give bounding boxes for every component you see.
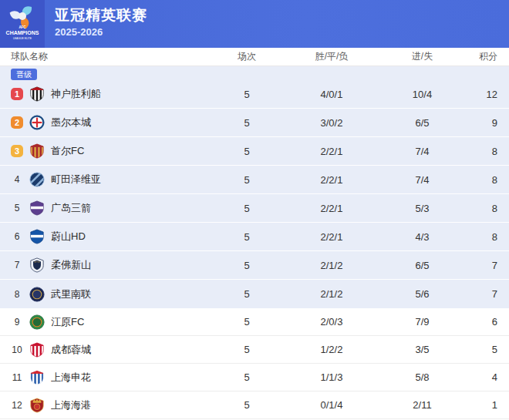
rank-number: 6 <box>11 230 23 243</box>
logo-text-afc: AFC <box>19 25 26 29</box>
table-row[interactable]: 12上海海港50/1/42/111 <box>0 391 509 419</box>
column-points: 积分 <box>474 50 509 63</box>
table-header: 球队名称 场次 胜/平/负 进/失 积分 <box>0 48 509 66</box>
table-row[interactable]: 11上海申花51/1/35/84 <box>0 364 509 391</box>
team-logo <box>29 287 45 302</box>
qualification-zone: 晋级 1神户胜利船54/0/110/4122墨尔本城53/0/26/593首尔F… <box>0 66 509 308</box>
win-draw-loss: 2/2/1 <box>293 174 370 186</box>
rank-badge: 1 <box>11 88 23 100</box>
table-row[interactable]: 2墨尔本城53/0/26/59 <box>0 109 509 137</box>
table-row[interactable]: 3首尔FC52/2/17/48 <box>0 137 509 166</box>
win-draw-loss: 4/0/1 <box>293 89 370 100</box>
points: 4 <box>474 371 509 383</box>
column-played: 场次 <box>201 50 293 63</box>
rank-number: 9 <box>11 316 23 328</box>
matches-played: 5 <box>201 146 293 157</box>
page-title: 亚冠精英联赛 <box>55 7 147 24</box>
goals-for-against: 5/8 <box>370 371 474 383</box>
column-goals: 进/失 <box>370 50 474 63</box>
team-name: 上海海港 <box>51 398 91 412</box>
win-draw-loss: 1/1/3 <box>293 371 370 383</box>
points: 5 <box>474 344 509 355</box>
rank-number: 12 <box>11 399 23 412</box>
team-name: 蔚山HD <box>51 230 86 244</box>
league-banner: AFC CHAMPIONS LEAGUE ELITE 亚冠精英联赛 2025-2… <box>0 0 509 48</box>
rank-badge: 3 <box>11 145 23 157</box>
matches-played: 5 <box>201 371 293 383</box>
afc-ball-icon: AFC CHAMPIONS LEAGUE ELITE <box>2 5 42 43</box>
qualification-badge: 晋级 <box>11 69 37 80</box>
team-name: 首尔FC <box>51 144 84 158</box>
matches-played: 5 <box>201 174 293 186</box>
matches-played: 5 <box>201 399 293 411</box>
matches-played: 5 <box>201 316 293 328</box>
standings-rest: 9江原FC52/0/37/9610成都蓉城51/2/23/5511上海申花51/… <box>0 308 509 419</box>
win-draw-loss: 2/1/2 <box>293 288 370 300</box>
rank-number: 5 <box>11 202 23 214</box>
rank-number: 4 <box>11 173 23 186</box>
column-wdl: 胜/平/负 <box>293 50 370 63</box>
matches-played: 5 <box>201 344 293 355</box>
points: 8 <box>474 146 509 157</box>
team-logo <box>29 342 45 358</box>
table-row[interactable]: 1神户胜利船54/0/110/412 <box>0 80 509 109</box>
goals-for-against: 6/5 <box>370 117 474 129</box>
rank-number: 8 <box>11 288 23 301</box>
points: 8 <box>474 174 509 186</box>
team-name: 上海申花 <box>51 371 91 385</box>
goals-for-against: 7/9 <box>370 316 474 328</box>
team-name: 柔佛新山 <box>51 258 91 272</box>
rank-number: 7 <box>11 259 23 271</box>
goals-for-against: 5/6 <box>370 288 474 300</box>
goals-for-against: 4/3 <box>370 231 474 243</box>
matches-played: 5 <box>201 203 293 214</box>
goals-for-against: 2/11 <box>370 399 474 411</box>
column-team: 球队名称 <box>0 50 201 63</box>
logo-text-league-elite: LEAGUE ELITE <box>13 37 32 40</box>
win-draw-loss: 2/2/1 <box>293 203 370 214</box>
matches-played: 5 <box>201 260 293 271</box>
points: 12 <box>474 89 509 100</box>
team-name: 町田泽维亚 <box>51 173 101 186</box>
win-draw-loss: 2/2/1 <box>293 231 370 243</box>
goals-for-against: 6/5 <box>370 260 474 271</box>
team-name: 神户胜利船 <box>51 87 101 101</box>
win-draw-loss: 0/1/4 <box>293 399 370 411</box>
win-draw-loss: 2/2/1 <box>293 146 370 157</box>
team-name: 江原FC <box>51 315 84 329</box>
points: 9 <box>474 117 509 129</box>
table-row[interactable]: 4町田泽维亚52/2/17/48 <box>0 166 509 194</box>
team-name: 墨尔本城 <box>51 116 91 129</box>
table-row[interactable]: 9江原FC52/0/37/96 <box>0 308 509 336</box>
table-row[interactable]: 6蔚山HD52/2/14/38 <box>0 223 509 251</box>
table-row[interactable]: 5广岛三箭52/2/15/38 <box>0 194 509 223</box>
team-logo <box>29 200 45 216</box>
goals-for-against: 7/4 <box>370 146 474 157</box>
win-draw-loss: 3/0/2 <box>293 117 370 129</box>
win-draw-loss: 1/2/2 <box>293 344 370 355</box>
table-row[interactable]: 10成都蓉城51/2/23/55 <box>0 336 509 364</box>
afc-champions-league-logo: AFC CHAMPIONS LEAGUE ELITE <box>0 0 45 48</box>
table-row[interactable]: 7柔佛新山52/1/26/57 <box>0 251 509 280</box>
team-logo <box>29 86 45 102</box>
rank-number: 11 <box>11 371 23 384</box>
matches-played: 5 <box>201 117 293 129</box>
team-logo <box>29 398 45 413</box>
team-logo <box>29 115 45 130</box>
goals-for-against: 3/5 <box>370 344 474 355</box>
team-name: 广岛三箭 <box>51 201 91 215</box>
matches-played: 5 <box>201 231 293 243</box>
goals-for-against: 5/3 <box>370 203 474 214</box>
matches-played: 5 <box>201 288 293 300</box>
goals-for-against: 7/4 <box>370 174 474 186</box>
team-logo <box>29 229 45 244</box>
team-name: 成都蓉城 <box>51 343 91 357</box>
win-draw-loss: 2/0/3 <box>293 316 370 328</box>
team-name: 武里南联 <box>51 287 91 301</box>
points: 7 <box>474 260 509 271</box>
win-draw-loss: 2/1/2 <box>293 260 370 271</box>
team-logo <box>29 314 45 330</box>
season-label: 2025-2026 <box>55 26 147 38</box>
points: 1 <box>474 399 509 411</box>
table-row[interactable]: 8武里南联52/1/25/67 <box>0 280 509 308</box>
